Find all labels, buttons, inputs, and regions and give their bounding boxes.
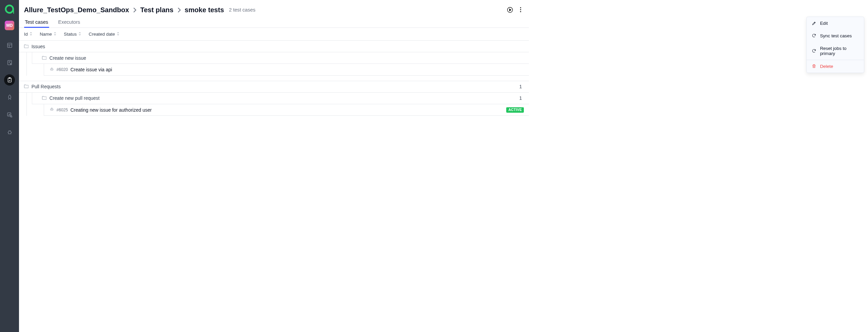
test-case-count: 2 test cases xyxy=(229,7,255,13)
col-id[interactable]: Id xyxy=(24,32,33,37)
more-button[interactable] xyxy=(519,6,522,14)
test-case-row[interactable]: #6025 Creating new issue for authorized … xyxy=(44,104,529,116)
chevron-right-icon xyxy=(177,7,181,13)
svg-point-15 xyxy=(51,109,52,110)
svg-rect-14 xyxy=(51,109,53,110)
group-count: 1 xyxy=(519,84,524,89)
sort-icon xyxy=(78,32,81,37)
subgroup-count: 1 xyxy=(519,95,524,101)
svg-point-10 xyxy=(520,11,521,12)
svg-rect-0 xyxy=(7,43,12,48)
test-case-row[interactable]: #6020 Create issue via api xyxy=(44,64,529,75)
breadcrumb-project[interactable]: Allure_TestOps_Demo_Sandbox xyxy=(24,6,129,14)
group-row[interactable]: Issues xyxy=(19,41,529,52)
svg-point-5 xyxy=(10,115,12,117)
col-status[interactable]: Status xyxy=(64,32,81,37)
svg-point-9 xyxy=(520,9,521,10)
header-actions xyxy=(507,6,522,14)
case-title: Create issue via api xyxy=(71,67,524,72)
svg-rect-11 xyxy=(51,69,53,70)
logo-icon xyxy=(4,4,15,15)
active-badge: ACTIVE xyxy=(506,107,524,113)
column-headers: Id Name Status Created date xyxy=(19,28,529,41)
case-id: #6025 xyxy=(57,108,68,112)
folder-icon xyxy=(42,95,46,101)
group-label: Pull Requests xyxy=(32,84,519,89)
svg-point-12 xyxy=(51,69,52,70)
page-header: Allure_TestOps_Demo_Sandbox Test plans s… xyxy=(19,0,529,17)
subgroup-label: Create new pull request xyxy=(50,95,519,101)
nav-dashboard[interactable] xyxy=(4,40,15,51)
subgroup-row[interactable]: Create new issue xyxy=(32,52,529,64)
nav-analytics[interactable] xyxy=(4,109,15,121)
folder-icon xyxy=(42,55,46,61)
case-title: Creating new issue for authorized user xyxy=(71,107,507,113)
breadcrumb-item[interactable]: smoke tests xyxy=(184,6,224,14)
case-id: #6020 xyxy=(57,67,68,72)
tabs: Test cases Executors xyxy=(19,17,529,28)
tab-executors[interactable]: Executors xyxy=(57,17,81,28)
nav-defects[interactable] xyxy=(4,127,15,138)
group-row[interactable]: Pull Requests 1 xyxy=(19,81,529,93)
tree-rows: Issues Create new issue #6020 Create iss… xyxy=(19,41,529,202)
folder-icon xyxy=(24,44,28,49)
avatar[interactable]: MD xyxy=(5,21,14,30)
chevron-right-icon xyxy=(133,7,137,13)
sort-icon xyxy=(54,32,57,37)
nav-launches[interactable] xyxy=(4,92,15,103)
sort-icon xyxy=(117,32,120,37)
svg-point-16 xyxy=(52,109,52,110)
folder-icon xyxy=(24,84,28,89)
svg-point-8 xyxy=(520,7,521,8)
avatar-initials: MD xyxy=(6,23,13,28)
spacer xyxy=(19,76,529,81)
subgroup-label: Create new issue xyxy=(50,55,522,61)
breadcrumb: Allure_TestOps_Demo_Sandbox Test plans s… xyxy=(24,6,507,14)
nav-test-plans[interactable] xyxy=(4,74,15,86)
svg-point-13 xyxy=(52,69,52,70)
sidebar: MD xyxy=(0,0,19,202)
col-created[interactable]: Created date xyxy=(89,32,120,37)
main-content: Allure_TestOps_Demo_Sandbox Test plans s… xyxy=(19,0,529,202)
robot-icon xyxy=(50,67,54,72)
subgroup-row[interactable]: Create new pull request 1 xyxy=(32,93,529,104)
breadcrumb-section[interactable]: Test plans xyxy=(140,6,174,14)
group-label: Issues xyxy=(32,44,522,49)
nav-doc[interactable] xyxy=(4,57,15,68)
play-button[interactable] xyxy=(507,7,513,13)
robot-icon xyxy=(50,107,54,112)
tab-test-cases[interactable]: Test cases xyxy=(24,17,49,28)
sort-icon xyxy=(29,32,33,37)
col-name[interactable]: Name xyxy=(40,32,56,37)
